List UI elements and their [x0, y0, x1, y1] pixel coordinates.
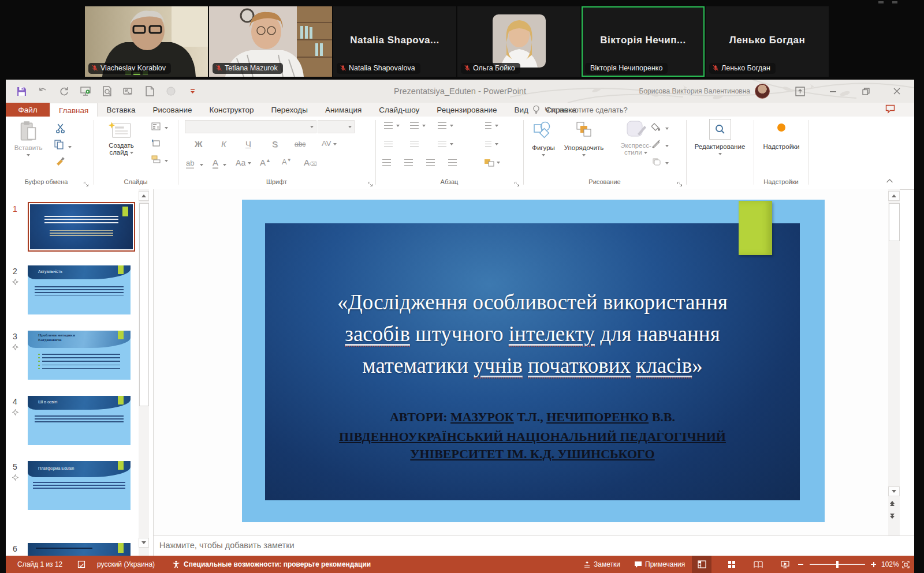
start-slideshow-button[interactable]: [79, 85, 92, 98]
comments-icon[interactable]: [885, 104, 895, 116]
tab-review[interactable]: Рецензирование: [428, 103, 505, 117]
participant-tile-viktoria-active-speaker[interactable]: Вікторія Нечип... Вікторія Нечипоренко: [582, 6, 705, 77]
touch-mouse-mode-button[interactable]: [122, 85, 135, 98]
smartart-convert-icon[interactable]: [484, 158, 494, 169]
participant-tile-tetiana[interactable]: Tetiana Mazurok: [209, 6, 332, 77]
text-shadow-button[interactable]: S: [272, 139, 278, 149]
language-indicator[interactable]: русский (Украина): [97, 556, 155, 573]
quick-styles-icon[interactable]: [625, 119, 648, 142]
text-direction-dropdown[interactable]: [495, 125, 498, 127]
decrease-indent-icon[interactable]: [384, 141, 393, 147]
new-document-button[interactable]: [143, 85, 156, 98]
font-color-button[interactable]: А: [213, 158, 218, 169]
copy-icon[interactable]: [54, 140, 72, 152]
tell-me-search[interactable]: Что вы хотите сделать?: [532, 103, 628, 117]
align-text-dropdown[interactable]: [495, 143, 498, 145]
bold-button[interactable]: Ж: [195, 139, 203, 149]
numbering-icon[interactable]: [410, 122, 419, 129]
scroll-down-button[interactable]: [888, 486, 900, 496]
slide-thumbnail-3[interactable]: Проблеми методикиБогдановича: [28, 331, 131, 380]
format-painter-icon[interactable]: [55, 156, 65, 168]
previous-slide-button[interactable]: [890, 501, 895, 506]
slide-thumbnail-5[interactable]: Платформа Eduten: [28, 461, 131, 510]
addins-button[interactable]: Надстройки: [757, 143, 806, 150]
tab-file[interactable]: Файл: [6, 103, 50, 117]
scrollbar-thumb[interactable]: [889, 203, 900, 241]
slide[interactable]: «Дослідження особливостей використання з…: [242, 200, 825, 522]
tab-draw[interactable]: Рисование: [144, 103, 201, 117]
line-spacing-icon[interactable]: [438, 122, 446, 129]
zoom-in-button[interactable]: [871, 556, 876, 573]
justify-icon[interactable]: [448, 159, 457, 166]
customize-qat-button[interactable]: [186, 85, 199, 98]
fit-to-window-button[interactable]: [902, 556, 910, 573]
arrange-icon[interactable]: [575, 121, 592, 141]
columns-icon[interactable]: [438, 141, 446, 147]
tab-insert[interactable]: Вставка: [98, 103, 144, 117]
comments-toggle-button[interactable]: Примечания: [634, 556, 685, 573]
bullets-icon[interactable]: [384, 122, 393, 129]
redo-button[interactable]: [58, 85, 70, 98]
close-button[interactable]: [884, 80, 910, 103]
participant-tile-viacheslav[interactable]: Viacheslav Korablov: [85, 6, 208, 77]
zoom-out-button[interactable]: [798, 556, 803, 573]
scrollbar-thumb[interactable]: [139, 203, 149, 406]
slide-authors[interactable]: АВТОРИ: МАЗУРОК Т.Л., НЕЧИПОРЕНКО В.В.: [265, 410, 800, 425]
highlight-color-dropdown[interactable]: [200, 164, 203, 166]
normal-view-button[interactable]: [692, 556, 711, 573]
font-color-dropdown[interactable]: [223, 164, 226, 166]
slide-thumbnail-6[interactable]: [28, 543, 131, 556]
grow-font-button[interactable]: А▲: [260, 158, 271, 167]
canvas-scrollbar[interactable]: [888, 189, 900, 535]
sticky-note-shape[interactable]: [739, 201, 772, 255]
scroll-up-button[interactable]: [888, 191, 900, 201]
spellcheck-icon[interactable]: [77, 556, 85, 573]
section-icon[interactable]: [151, 155, 168, 166]
paste-icon[interactable]: [20, 121, 37, 144]
participant-tile-natalia[interactable]: Natalia Shapova... Natalia Shapovalova: [333, 6, 456, 77]
save-button[interactable]: [15, 85, 28, 98]
clear-formatting-button[interactable]: А⌫: [304, 158, 317, 167]
change-case-button[interactable]: Аа: [236, 158, 251, 167]
paragraph-dialog-launcher[interactable]: [514, 179, 520, 189]
columns-dropdown[interactable]: [450, 143, 453, 145]
align-text-icon[interactable]: [485, 141, 491, 147]
scroll-down-button[interactable]: [139, 538, 149, 548]
strikethrough-button[interactable]: abc: [295, 140, 305, 148]
increase-indent-icon[interactable]: [410, 141, 419, 147]
slide-layout-icon[interactable]: [151, 122, 168, 133]
numbering-dropdown[interactable]: [422, 125, 426, 127]
smartart-dropdown[interactable]: [497, 162, 500, 164]
participant-tile-olga[interactable]: Ольга Бойко: [457, 6, 580, 77]
addins-icon[interactable]: [777, 123, 785, 132]
thumbnails-scrollbar[interactable]: [139, 189, 149, 556]
collapse-ribbon-button[interactable]: [886, 175, 893, 186]
slide-thumbnail-4[interactable]: ШІ в освіті: [28, 396, 131, 445]
print-preview-button[interactable]: [100, 85, 113, 98]
minimize-button[interactable]: [821, 80, 846, 103]
tab-animations[interactable]: Анимация: [316, 103, 370, 117]
shape-fill-icon[interactable]: [651, 122, 669, 133]
tab-design[interactable]: Конструктор: [201, 103, 263, 117]
shrink-font-button[interactable]: А▼: [282, 158, 292, 166]
character-spacing-button[interactable]: AV: [322, 139, 337, 148]
zoom-level[interactable]: 102%: [881, 556, 899, 573]
tab-slideshow[interactable]: Слайд-шоу: [370, 103, 428, 117]
cut-icon[interactable]: [55, 123, 65, 136]
slide-thumbnail-2[interactable]: Актуальність: [28, 265, 131, 314]
align-center-icon[interactable]: [404, 159, 413, 166]
new-slide-icon[interactable]: [109, 121, 132, 142]
drawing-dialog-launcher[interactable]: [677, 179, 683, 189]
shape-outline-icon[interactable]: [651, 140, 669, 151]
slide-thumbnail-1[interactable]: [28, 202, 135, 252]
shapes-button[interactable]: Фигуры: [526, 144, 561, 158]
clipboard-dialog-launcher[interactable]: [83, 179, 89, 189]
font-size-combobox[interactable]: [318, 120, 355, 133]
accessibility-icon[interactable]: [172, 556, 180, 573]
line-spacing-dropdown[interactable]: [450, 125, 453, 127]
undo-button[interactable]: [36, 85, 49, 98]
shapes-icon[interactable]: [532, 121, 552, 141]
slide-university[interactable]: ПІВДЕННОУКРАЇНСЬКИЙ НАЦІОНАЛЬНИЙ ПЕДАГОГ…: [265, 428, 800, 463]
notes-toggle-button[interactable]: Заметки: [583, 556, 620, 573]
notes-placeholder[interactable]: Нажмите, чтобы добавить заметки: [159, 541, 295, 550]
